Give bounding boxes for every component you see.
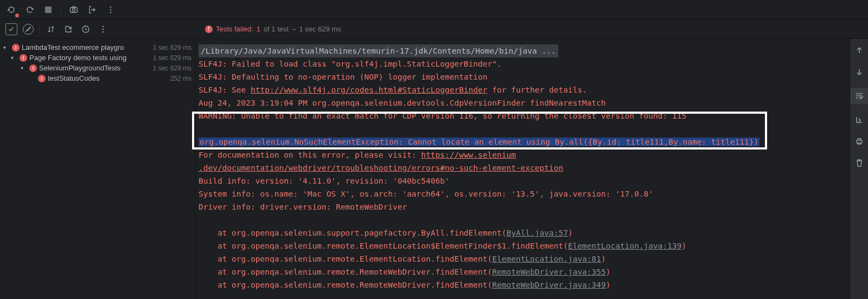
camera-icon[interactable] bbox=[68, 4, 80, 16]
tree-time: 252 ms bbox=[167, 75, 192, 82]
error-icon: ! bbox=[38, 75, 46, 82]
of-text: of 1 test bbox=[264, 25, 289, 33]
svg-point-6 bbox=[103, 25, 104, 27]
exit-icon[interactable] bbox=[86, 4, 98, 16]
stack-line: at org.openqa.selenium.remote.RemoteWebD… bbox=[195, 265, 868, 278]
svg-point-8 bbox=[103, 31, 104, 32]
console-line: SLF4J: See http://www.slf4j.org/codes.ht… bbox=[195, 83, 868, 96]
status-bar: ! Tests failed: 1 of 1 test – 1 sec 629 … bbox=[0, 20, 868, 39]
console-line bbox=[195, 122, 868, 135]
stack-line: at org.openqa.selenium.remote.RemoteWebD… bbox=[195, 278, 868, 291]
exception-line: org.openqa.selenium.NoSuchElementExcepti… bbox=[195, 135, 868, 148]
tree-label: testStatusCodes bbox=[48, 74, 99, 82]
scroll-to-end-icon[interactable] bbox=[853, 114, 865, 126]
more-options-icon[interactable] bbox=[97, 23, 109, 35]
tree-row[interactable]: ▾!SeleniumPlaygroundTests 1 sec 629 ms bbox=[0, 63, 195, 73]
scroll-up-icon[interactable] bbox=[853, 44, 865, 56]
rerun-failed-button[interactable] bbox=[24, 4, 36, 16]
console-line: SLF4J: Defaulting to no-operation (NOP) … bbox=[195, 70, 868, 83]
stack-line: at org.openqa.selenium.support.pagefacto… bbox=[195, 226, 868, 239]
sort-icon[interactable] bbox=[45, 23, 57, 35]
error-icon: ! bbox=[20, 54, 27, 62]
console-line: Aug 24, 2023 3:19:04 PM org.openqa.selen… bbox=[195, 96, 868, 109]
failed-count: 1 bbox=[257, 25, 260, 33]
soft-wrap-icon[interactable] bbox=[853, 90, 865, 102]
show-ignored-toggle[interactable] bbox=[23, 24, 34, 35]
more-icon[interactable] bbox=[105, 4, 117, 16]
console-line: WARNING: Unable to find an exact match f… bbox=[195, 109, 868, 122]
svg-rect-9 bbox=[857, 140, 862, 143]
chevron-down-icon: ▾ bbox=[21, 65, 27, 71]
svg-point-1 bbox=[73, 9, 75, 11]
error-icon: ! bbox=[29, 64, 37, 72]
rerun-button[interactable] bbox=[5, 4, 17, 16]
stack-line: at org.openqa.selenium.remote.ElementLoc… bbox=[195, 252, 868, 265]
link[interactable]: http://www.slf4j.org/codes.html#StaticLo… bbox=[251, 86, 488, 94]
chevron-down-icon: ▾ bbox=[3, 44, 10, 50]
test-tree: ▾!LambdaTest ecommerce playgro 1 sec 629… bbox=[0, 39, 195, 299]
command-line: /Library/Java/JavaVirtualMachines/temuri… bbox=[199, 44, 558, 57]
error-icon: ! bbox=[12, 44, 20, 51]
svg-point-7 bbox=[103, 28, 104, 29]
link[interactable]: https://www.selenium bbox=[421, 151, 516, 159]
history-icon[interactable] bbox=[80, 23, 92, 35]
tree-time: 1 sec 629 ms bbox=[150, 44, 192, 51]
svg-point-2 bbox=[110, 6, 111, 7]
tree-label: Page Factory demo tests using bbox=[29, 54, 126, 62]
stack-line: at org.openqa.selenium.remote.ElementLoc… bbox=[195, 239, 868, 252]
console-line: Driver info: driver.version: RemoteWebDr… bbox=[195, 200, 868, 213]
tree-time: 1 sec 629 ms bbox=[150, 54, 192, 62]
console-output[interactable]: /Library/Java/JavaVirtualMachines/temuri… bbox=[195, 39, 868, 299]
tests-failed-label: Tests failed: bbox=[216, 25, 253, 33]
console-line bbox=[195, 213, 868, 226]
tree-time: 1 sec 629 ms bbox=[150, 64, 192, 72]
tree-label: SeleniumPlaygroundTests bbox=[39, 64, 120, 72]
tree-row[interactable]: ▾!LambdaTest ecommerce playgro 1 sec 629… bbox=[0, 42, 195, 53]
console-line: System info: os.name: 'Mac OS X', os.arc… bbox=[195, 187, 868, 200]
stop-button[interactable] bbox=[42, 4, 54, 16]
stack-link[interactable]: RemoteWebDriver.java:349 bbox=[492, 281, 606, 289]
console-line: For documentation on this error, please … bbox=[195, 148, 868, 161]
export-icon[interactable] bbox=[62, 23, 74, 35]
stack-link[interactable]: RemoteWebDriver.java:355 bbox=[492, 268, 606, 276]
stack-link[interactable]: ByAll.java:57 bbox=[506, 229, 568, 237]
top-toolbar bbox=[0, 0, 868, 20]
right-tool-rail bbox=[850, 39, 868, 299]
failed-icon: ! bbox=[205, 25, 213, 33]
svg-point-3 bbox=[110, 9, 111, 10]
link[interactable]: .dev/documentation/webdriver/troubleshoo… bbox=[199, 164, 563, 172]
tree-row[interactable]: !testStatusCodes 252 ms bbox=[0, 73, 195, 83]
console-line: SLF4J: Failed to load class "org.slf4j.i… bbox=[195, 57, 868, 70]
chevron-down-icon: ▾ bbox=[11, 55, 17, 61]
duration: 1 sec 629 ms bbox=[299, 25, 341, 33]
svg-point-4 bbox=[110, 11, 111, 12]
console-line: Build info: version: '4.11.0', revision:… bbox=[195, 174, 868, 187]
tree-row[interactable]: ▾!Page Factory demo tests using 1 sec 62… bbox=[0, 53, 195, 63]
scroll-down-icon[interactable] bbox=[853, 66, 865, 78]
stack-link[interactable]: ElementLocation.java:139 bbox=[568, 242, 682, 250]
console-line: .dev/documentation/webdriver/troubleshoo… bbox=[195, 161, 868, 174]
stack-link[interactable]: ElementLocation.java:81 bbox=[492, 255, 601, 263]
duration-sep: – bbox=[292, 25, 296, 33]
print-icon[interactable] bbox=[853, 135, 865, 147]
trash-icon[interactable] bbox=[853, 157, 865, 169]
show-passed-toggle[interactable] bbox=[5, 23, 17, 35]
tree-label: LambdaTest ecommerce playgro bbox=[22, 43, 124, 51]
